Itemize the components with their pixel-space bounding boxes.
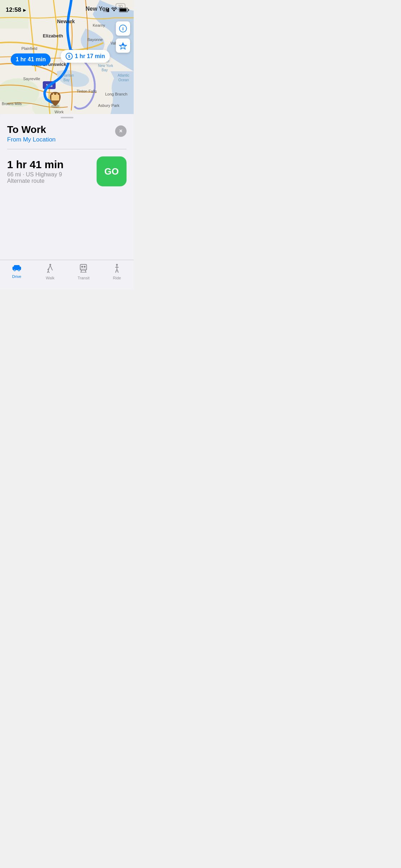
nav-transit[interactable]: Transit <box>67 264 101 280</box>
route-sub: 66 mi · US Highway 9 <box>7 171 97 178</box>
location-arrow-icon: ▶ <box>23 8 26 12</box>
drive-icon <box>12 264 22 273</box>
svg-text:Plainfield: Plainfield <box>21 46 37 51</box>
svg-point-44 <box>14 270 15 271</box>
battery-icon <box>119 8 128 12</box>
svg-text:Tinton Falls: Tinton Falls <box>77 89 97 93</box>
svg-text:New York: New York <box>98 64 113 68</box>
route-details: 1 hr 41 min 66 mi · US Highway 9 Alterna… <box>7 159 97 184</box>
svg-text:Newark: Newark <box>57 19 75 24</box>
map-info-button[interactable]: i <box>116 21 130 36</box>
svg-text:Asbury Park: Asbury Park <box>98 103 119 108</box>
walk-label: Walk <box>46 276 55 280</box>
svg-text:Bay: Bay <box>102 68 108 72</box>
from-label: From My Location <box>7 136 56 143</box>
status-time: 12:58 <box>6 6 21 14</box>
panel-header: To Work From My Location × <box>0 118 134 143</box>
wifi-icon <box>111 7 117 13</box>
transit-icon <box>79 264 88 274</box>
nav-drive[interactable]: Drive <box>0 264 34 279</box>
svg-text:Ocean: Ocean <box>118 78 129 82</box>
transit-label: Transit <box>78 276 89 280</box>
signal-bars-icon <box>103 8 109 12</box>
svg-text:Long Branch: Long Branch <box>105 92 127 96</box>
status-icons <box>103 7 128 13</box>
go-label: GO <box>104 166 119 177</box>
svg-text:Raritan: Raritan <box>62 73 74 77</box>
walk-icon <box>46 264 54 274</box>
route-badge-primary[interactable]: 1 hr 41 min <box>11 53 51 66</box>
svg-point-46 <box>49 264 51 266</box>
svg-text:Sayreville: Sayreville <box>23 77 40 81</box>
svg-point-51 <box>116 264 118 266</box>
bottom-panel: To Work From My Location × 1 hr 41 min 6… <box>0 114 134 289</box>
destination-title: To Work <box>7 124 56 135</box>
close-icon: × <box>119 128 122 134</box>
status-bar: 12:58 ▶ <box>0 0 134 16</box>
svg-point-45 <box>18 270 19 271</box>
svg-text:Work: Work <box>55 110 64 114</box>
ride-icon <box>113 264 121 274</box>
route-label: Alternate route <box>7 178 97 184</box>
dollar-icon: $ <box>66 53 73 60</box>
svg-rect-48 <box>81 266 83 268</box>
svg-text:Bay: Bay <box>63 78 70 82</box>
svg-rect-12 <box>54 93 56 95</box>
route-info-row: 1 hr 41 min 66 mi · US Highway 9 Alterna… <box>0 149 134 186</box>
go-button[interactable]: GO <box>97 156 127 186</box>
svg-text:Kearny: Kearny <box>93 23 105 27</box>
ride-label: Ride <box>113 276 121 280</box>
svg-text:Atlantic: Atlantic <box>118 73 129 77</box>
route-badge-alternate[interactable]: $ 1 hr 17 min <box>61 50 110 63</box>
nav-walk[interactable]: Walk <box>34 264 67 280</box>
drive-label: Drive <box>12 274 21 279</box>
svg-rect-41 <box>14 265 20 268</box>
svg-text:Elizabeth: Elizabeth <box>43 33 63 38</box>
map-location-button[interactable] <box>116 38 130 53</box>
bottom-nav: Drive Walk <box>0 260 134 289</box>
svg-rect-50 <box>80 268 87 270</box>
close-button[interactable]: × <box>115 125 127 137</box>
svg-text:i: i <box>122 26 124 31</box>
svg-rect-49 <box>84 266 86 268</box>
route-time: 1 hr 41 min <box>7 159 97 171</box>
svg-text:Bayonne: Bayonne <box>87 37 103 42</box>
svg-text:Browns Mills: Browns Mills <box>2 102 22 106</box>
nav-ride[interactable]: Ride <box>100 264 134 280</box>
destination-info: To Work From My Location <box>7 124 56 143</box>
map-area[interactable]: 195 New Yor Newark Kearny Elizabeth Bayo… <box>0 0 134 114</box>
